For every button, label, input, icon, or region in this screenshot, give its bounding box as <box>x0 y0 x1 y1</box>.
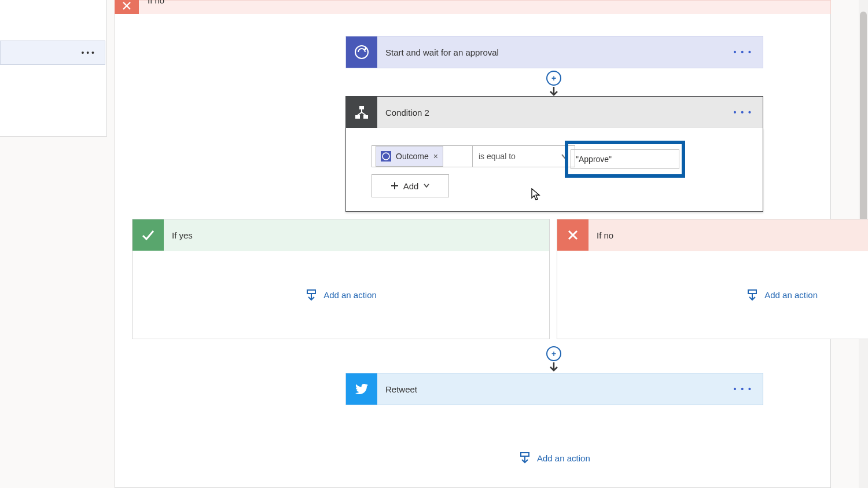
dynamic-token[interactable]: Outcome × <box>376 146 443 167</box>
left-partial-panel <box>0 0 107 137</box>
insert-step-button[interactable]: + <box>546 346 561 373</box>
condition-value-highlight: "Approve" <box>565 141 685 178</box>
if-no-label: If no <box>589 230 621 240</box>
more-menu-icon[interactable]: • • • <box>82 48 94 57</box>
if-no-header[interactable]: If no <box>557 219 868 251</box>
approval-icon <box>381 151 391 162</box>
if-yes-add-action-label: Add an action <box>323 290 377 300</box>
if-yes-branch: If yes Add an action <box>132 219 550 339</box>
add-action-icon <box>305 289 318 302</box>
left-partial-card[interactable]: • • • <box>0 41 105 65</box>
condition-value-input[interactable]: "Approve" <box>571 149 679 169</box>
approval-step[interactable]: Start and wait for an approval • • • <box>345 36 763 68</box>
svg-rect-6 <box>307 290 315 293</box>
if-no-branch: If no Add an action <box>557 219 868 339</box>
if-yes-label: If yes <box>164 230 201 240</box>
condition-more-icon[interactable]: • • • <box>723 108 763 117</box>
retweet-step[interactable]: Retweet • • • <box>345 373 763 405</box>
condition-step-header[interactable]: Condition 2 • • • <box>345 96 763 129</box>
top-ifno-header <box>115 0 831 15</box>
retweet-title: Retweet <box>377 384 723 394</box>
condition-left-operand[interactable]: Outcome × <box>372 145 473 167</box>
bottom-add-action[interactable]: Add an action <box>518 452 590 464</box>
chevron-down-icon <box>423 182 430 189</box>
condition-value-text: "Approve" <box>576 155 612 164</box>
svg-rect-8 <box>521 453 529 456</box>
if-no-add-action-label: Add an action <box>764 290 818 300</box>
add-action-icon <box>746 289 759 302</box>
insert-step-button[interactable]: + <box>546 71 561 97</box>
if-yes-add-action[interactable]: Add an action <box>305 289 377 302</box>
bottom-add-action-label: Add an action <box>537 453 590 463</box>
svg-rect-3 <box>363 115 368 119</box>
add-action-icon <box>518 452 531 464</box>
condition-title: Condition 2 <box>377 108 723 118</box>
token-remove-icon[interactable]: × <box>433 152 438 161</box>
twitter-icon <box>346 373 377 405</box>
svg-rect-2 <box>355 115 360 119</box>
operator-value: is equal to <box>479 152 516 161</box>
check-icon <box>133 219 164 251</box>
top-ifno-label: If no <box>148 0 164 5</box>
approval-icon <box>346 36 377 68</box>
approval-more-icon[interactable]: • • • <box>723 47 763 57</box>
condition-operator-dropdown[interactable]: is equal to <box>472 145 575 167</box>
approval-title: Start and wait for an approval <box>377 47 723 57</box>
condition-add-button[interactable]: Add <box>372 174 449 197</box>
retweet-more-icon[interactable]: • • • <box>723 384 763 394</box>
svg-rect-7 <box>748 290 756 293</box>
condition-add-label: Add <box>403 181 419 191</box>
close-icon <box>115 0 139 14</box>
condition-icon <box>346 97 377 128</box>
cursor-icon <box>531 188 542 203</box>
svg-rect-1 <box>359 106 364 109</box>
if-yes-header[interactable]: If yes <box>133 219 549 251</box>
condition-step-body: Outcome × is equal to "Approve" Add <box>345 128 763 212</box>
if-no-add-action[interactable]: Add an action <box>746 289 818 302</box>
plus-icon <box>391 182 399 190</box>
token-label: Outcome <box>396 152 429 161</box>
close-icon <box>557 219 589 251</box>
